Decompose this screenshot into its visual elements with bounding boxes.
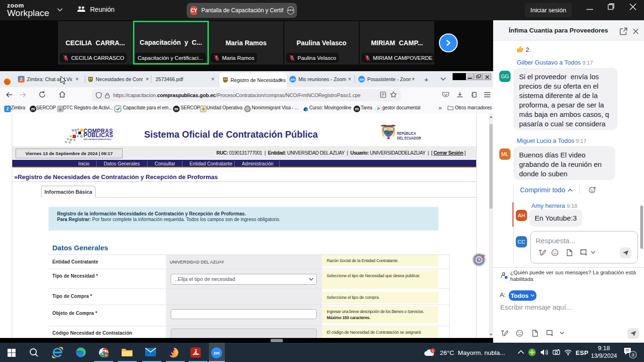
svg-text:1: 1 bbox=[432, 349, 434, 353]
svg-text:G: G bbox=[105, 354, 107, 357]
svg-text:DEL ECUADOR: DEL ECUADOR bbox=[397, 136, 421, 140]
svg-text:REPÚBLICA: REPÚBLICA bbox=[397, 131, 416, 136]
svg-text:3: 3 bbox=[632, 352, 634, 357]
svg-text:zm: zm bbox=[214, 351, 220, 355]
